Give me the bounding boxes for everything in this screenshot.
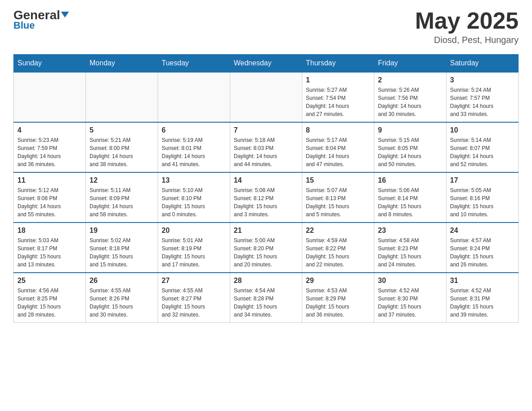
calendar-cell: 12Sunrise: 5:11 AM Sunset: 8:09 PM Dayli… [86, 172, 158, 223]
calendar-cell [86, 72, 158, 122]
day-number: 26 [90, 277, 154, 285]
day-number: 2 [378, 76, 442, 84]
day-number: 7 [234, 126, 298, 134]
weekday-header-saturday: Saturday [446, 55, 519, 73]
day-number: 16 [378, 176, 442, 184]
calendar-cell: 13Sunrise: 5:10 AM Sunset: 8:10 PM Dayli… [158, 172, 230, 223]
day-info: Sunrise: 4:57 AM Sunset: 8:24 PM Dayligh… [450, 236, 515, 269]
calendar-cell: 28Sunrise: 4:54 AM Sunset: 8:28 PM Dayli… [230, 273, 302, 323]
day-number: 17 [450, 176, 515, 184]
calendar-cell: 27Sunrise: 4:55 AM Sunset: 8:27 PM Dayli… [158, 273, 230, 323]
day-info: Sunrise: 5:23 AM Sunset: 7:59 PM Dayligh… [17, 136, 82, 168]
day-number: 21 [234, 227, 298, 235]
day-info: Sunrise: 4:59 AM Sunset: 8:22 PM Dayligh… [306, 236, 370, 269]
day-info: Sunrise: 5:27 AM Sunset: 7:54 PM Dayligh… [306, 86, 370, 118]
day-info: Sunrise: 5:05 AM Sunset: 8:16 PM Dayligh… [450, 186, 515, 218]
day-number: 31 [450, 277, 515, 285]
day-info: Sunrise: 5:26 AM Sunset: 7:56 PM Dayligh… [378, 86, 442, 118]
day-number: 8 [306, 126, 370, 134]
day-number: 10 [450, 126, 515, 134]
weekday-header-monday: Monday [86, 55, 158, 73]
calendar-cell: 4Sunrise: 5:23 AM Sunset: 7:59 PM Daylig… [14, 122, 86, 172]
calendar-cell [230, 72, 302, 122]
day-number: 5 [90, 126, 154, 134]
day-number: 6 [162, 126, 226, 134]
day-number: 18 [17, 227, 82, 235]
day-info: Sunrise: 5:06 AM Sunset: 8:14 PM Dayligh… [378, 186, 442, 218]
location-title: Diosd, Pest, Hungary [415, 35, 519, 45]
day-info: Sunrise: 5:07 AM Sunset: 8:13 PM Dayligh… [306, 186, 370, 218]
day-info: Sunrise: 4:52 AM Sunset: 8:30 PM Dayligh… [378, 287, 442, 319]
weekday-header-tuesday: Tuesday [158, 55, 230, 73]
day-number: 24 [450, 227, 515, 235]
day-number: 25 [17, 277, 82, 285]
calendar-week-row: 25Sunrise: 4:56 AM Sunset: 8:25 PM Dayli… [14, 273, 519, 323]
calendar-week-row: 1Sunrise: 5:27 AM Sunset: 7:54 PM Daylig… [14, 72, 519, 122]
calendar-cell: 30Sunrise: 4:52 AM Sunset: 8:30 PM Dayli… [374, 273, 446, 323]
day-number: 15 [306, 176, 370, 184]
day-number: 29 [306, 277, 370, 285]
day-number: 30 [378, 277, 442, 285]
logo: General Blue [13, 9, 69, 31]
calendar-cell: 21Sunrise: 5:00 AM Sunset: 8:20 PM Dayli… [230, 223, 302, 273]
calendar-cell: 14Sunrise: 5:08 AM Sunset: 8:12 PM Dayli… [230, 172, 302, 223]
day-info: Sunrise: 5:21 AM Sunset: 8:00 PM Dayligh… [90, 136, 154, 168]
calendar-cell: 2Sunrise: 5:26 AM Sunset: 7:56 PM Daylig… [374, 72, 446, 122]
day-number: 20 [162, 227, 226, 235]
day-number: 1 [306, 76, 370, 84]
weekday-header-sunday: Sunday [14, 55, 86, 73]
calendar-cell: 19Sunrise: 5:02 AM Sunset: 8:18 PM Dayli… [86, 223, 158, 273]
calendar-cell: 5Sunrise: 5:21 AM Sunset: 8:00 PM Daylig… [86, 122, 158, 172]
day-info: Sunrise: 5:03 AM Sunset: 8:17 PM Dayligh… [17, 236, 82, 269]
calendar-cell: 26Sunrise: 4:55 AM Sunset: 8:26 PM Dayli… [86, 273, 158, 323]
weekday-header-row: SundayMondayTuesdayWednesdayThursdayFrid… [14, 55, 519, 73]
day-info: Sunrise: 5:08 AM Sunset: 8:12 PM Dayligh… [234, 186, 298, 218]
page-header: General Blue May 2025 Diosd, Pest, Hunga… [13, 9, 519, 45]
day-info: Sunrise: 5:19 AM Sunset: 8:01 PM Dayligh… [162, 136, 226, 168]
day-info: Sunrise: 4:55 AM Sunset: 8:27 PM Dayligh… [162, 287, 226, 319]
day-info: Sunrise: 5:14 AM Sunset: 8:07 PM Dayligh… [450, 136, 515, 168]
calendar-cell: 8Sunrise: 5:17 AM Sunset: 8:04 PM Daylig… [302, 122, 374, 172]
day-info: Sunrise: 5:10 AM Sunset: 8:10 PM Dayligh… [162, 186, 226, 218]
calendar-cell: 24Sunrise: 4:57 AM Sunset: 8:24 PM Dayli… [446, 223, 519, 273]
day-number: 11 [17, 176, 82, 184]
day-info: Sunrise: 5:24 AM Sunset: 7:57 PM Dayligh… [450, 86, 515, 118]
day-number: 3 [450, 76, 515, 84]
day-info: Sunrise: 5:01 AM Sunset: 8:19 PM Dayligh… [162, 236, 226, 269]
weekday-header-thursday: Thursday [302, 55, 374, 73]
weekday-header-friday: Friday [374, 55, 446, 73]
calendar-cell: 6Sunrise: 5:19 AM Sunset: 8:01 PM Daylig… [158, 122, 230, 172]
day-number: 13 [162, 176, 226, 184]
day-info: Sunrise: 5:11 AM Sunset: 8:09 PM Dayligh… [90, 186, 154, 218]
calendar-cell: 25Sunrise: 4:56 AM Sunset: 8:25 PM Dayli… [14, 273, 86, 323]
day-number: 9 [378, 126, 442, 134]
day-info: Sunrise: 5:12 AM Sunset: 8:08 PM Dayligh… [17, 186, 82, 218]
title-area: May 2025 Diosd, Pest, Hungary [415, 9, 519, 45]
day-info: Sunrise: 4:56 AM Sunset: 8:25 PM Dayligh… [17, 287, 82, 319]
calendar-week-row: 18Sunrise: 5:03 AM Sunset: 8:17 PM Dayli… [14, 223, 519, 273]
calendar-cell: 11Sunrise: 5:12 AM Sunset: 8:08 PM Dayli… [14, 172, 86, 223]
calendar-cell [158, 72, 230, 122]
day-info: Sunrise: 5:02 AM Sunset: 8:18 PM Dayligh… [90, 236, 154, 269]
day-info: Sunrise: 4:52 AM Sunset: 8:31 PM Dayligh… [450, 287, 515, 319]
calendar-cell: 23Sunrise: 4:58 AM Sunset: 8:23 PM Dayli… [374, 223, 446, 273]
day-info: Sunrise: 4:54 AM Sunset: 8:28 PM Dayligh… [234, 287, 298, 319]
weekday-header-wednesday: Wednesday [230, 55, 302, 73]
calendar-cell: 16Sunrise: 5:06 AM Sunset: 8:14 PM Dayli… [374, 172, 446, 223]
day-number: 19 [90, 227, 154, 235]
calendar-cell: 31Sunrise: 4:52 AM Sunset: 8:31 PM Dayli… [446, 273, 519, 323]
calendar-cell: 10Sunrise: 5:14 AM Sunset: 8:07 PM Dayli… [446, 122, 519, 172]
calendar-cell: 15Sunrise: 5:07 AM Sunset: 8:13 PM Dayli… [302, 172, 374, 223]
calendar-cell: 1Sunrise: 5:27 AM Sunset: 7:54 PM Daylig… [302, 72, 374, 122]
day-info: Sunrise: 5:17 AM Sunset: 8:04 PM Dayligh… [306, 136, 370, 168]
calendar-week-row: 4Sunrise: 5:23 AM Sunset: 7:59 PM Daylig… [14, 122, 519, 172]
day-number: 28 [234, 277, 298, 285]
day-info: Sunrise: 4:53 AM Sunset: 8:29 PM Dayligh… [306, 287, 370, 319]
calendar-cell: 22Sunrise: 4:59 AM Sunset: 8:22 PM Dayli… [302, 223, 374, 273]
calendar-cell: 3Sunrise: 5:24 AM Sunset: 7:57 PM Daylig… [446, 72, 519, 122]
day-number: 23 [378, 227, 442, 235]
calendar-cell: 9Sunrise: 5:15 AM Sunset: 8:05 PM Daylig… [374, 122, 446, 172]
calendar-cell [14, 72, 86, 122]
day-number: 22 [306, 227, 370, 235]
day-number: 4 [17, 126, 82, 134]
